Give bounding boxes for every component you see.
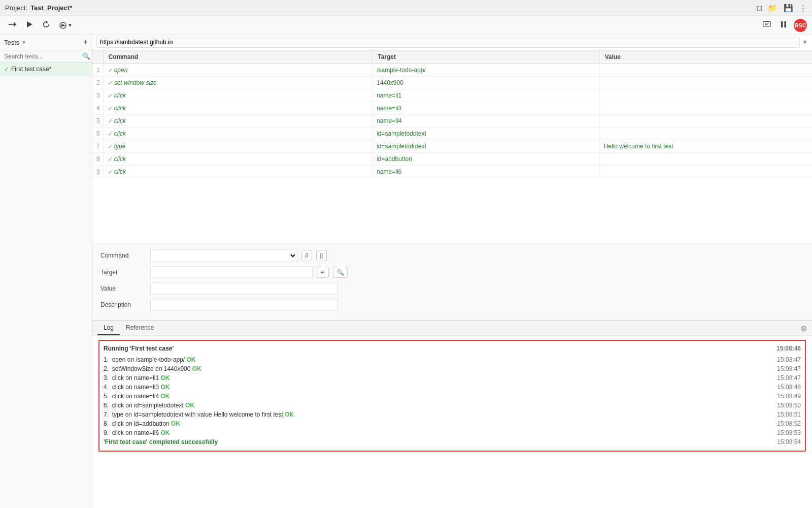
tab-log[interactable]: Log bbox=[97, 321, 120, 335]
test-item-label: First test case* bbox=[11, 66, 51, 73]
value-label: Value bbox=[100, 285, 146, 292]
row-command: ✓ click bbox=[103, 102, 372, 115]
description-form-row: Description bbox=[100, 299, 804, 311]
log-line-text: 4. click on name=li3 OK bbox=[104, 384, 170, 391]
log-line-text: 5. click on name=li4 OK bbox=[104, 393, 170, 400]
reset-button[interactable] bbox=[40, 19, 53, 31]
log-success-text: 'First test case' completed successfully bbox=[104, 438, 218, 446]
log-lines: 1. open on /sample-todo-app/ OK 15:08:47… bbox=[104, 355, 801, 437]
dropdown-arrow-icon[interactable]: ▼ bbox=[21, 40, 26, 45]
command-select[interactable] bbox=[150, 249, 297, 262]
log-success-time: 15:08:54 bbox=[777, 438, 801, 446]
new-file-icon[interactable]: □ bbox=[757, 4, 762, 12]
row-number: 8 bbox=[92, 153, 103, 166]
log-line-text: 6. click on id=sampletodotext OK bbox=[104, 402, 194, 409]
row-target: name=li1 bbox=[373, 89, 600, 102]
tests-label: Tests bbox=[4, 39, 19, 46]
command-label: Command bbox=[100, 252, 146, 259]
target-label: Target bbox=[100, 269, 146, 276]
comment-cmd-button[interactable]: // bbox=[301, 250, 312, 261]
more-options-icon[interactable]: ⋮ bbox=[799, 4, 807, 13]
row-value bbox=[599, 77, 812, 89]
log-line-time: 15:08:47 bbox=[777, 374, 801, 382]
table-body: 1 ✓ open /sample-todo-app/ 2 ✓ set windo… bbox=[92, 64, 812, 178]
url-input[interactable] bbox=[96, 37, 800, 48]
run-options-button[interactable]: ▼ bbox=[57, 20, 75, 30]
log-line-text: 7. type on id=sampletodotext with value … bbox=[104, 411, 294, 418]
log-running-text: Running 'First test case' bbox=[104, 345, 174, 352]
log-line-time: 15:08:53 bbox=[777, 429, 801, 436]
target-form-row: Target ↵ 🔍 bbox=[100, 266, 804, 278]
table-row[interactable]: 4 ✓ click name=li3 bbox=[92, 102, 812, 115]
description-input[interactable] bbox=[150, 299, 338, 311]
log-ok-badge: OK bbox=[285, 411, 294, 418]
search-box: 🔍 bbox=[0, 50, 92, 62]
row-command: ✓ click bbox=[103, 166, 372, 178]
log-line-text: 9. click on name=li6 OK bbox=[104, 429, 170, 436]
url-dropdown-icon[interactable]: ▼ bbox=[802, 39, 808, 46]
row-target: id=sampletodotext bbox=[373, 128, 600, 140]
pause-button[interactable] bbox=[777, 19, 790, 31]
log-ok-badge: OK bbox=[185, 402, 194, 409]
log-line: 2. setWindowSize on 1440x900 OK 15:08:47 bbox=[104, 364, 801, 373]
value-form-row: Value bbox=[100, 282, 804, 295]
svg-rect-11 bbox=[785, 21, 787, 27]
search-input[interactable] bbox=[4, 53, 80, 60]
target-search-button[interactable]: 🔍 bbox=[333, 267, 348, 278]
bottom-log-content: Running 'First test case' 15:08:46 1. op… bbox=[92, 336, 812, 508]
log-line-time: 15:08:52 bbox=[777, 420, 801, 427]
row-command: ✓ click bbox=[103, 128, 372, 140]
log-line: 7. type on id=sampletodotext with value … bbox=[104, 410, 801, 419]
table-row[interactable]: 2 ✓ set window size 1440x900 bbox=[92, 77, 812, 89]
log-border-box: Running 'First test case' 15:08:46 1. op… bbox=[98, 340, 806, 452]
row-target: id=sampletodotext bbox=[373, 140, 600, 153]
log-line-time: 15:08:48 bbox=[777, 384, 801, 391]
commands-table: Command Target Value 1 ✓ op bbox=[92, 50, 812, 178]
run-button[interactable] bbox=[23, 19, 36, 31]
value-input[interactable] bbox=[150, 282, 338, 295]
close-log-icon[interactable]: ⊗ bbox=[800, 324, 807, 333]
copy-cmd-button[interactable]: ▯ bbox=[316, 250, 327, 261]
table-row[interactable]: 5 ✓ click name=li4 bbox=[92, 115, 812, 128]
log-line-text: 2. setWindowSize on 1440x900 OK bbox=[104, 365, 201, 372]
bottom-panel: Log Reference ⊗ Running 'First test case… bbox=[92, 320, 812, 508]
title-bar-left: Project: Test_Project* bbox=[5, 4, 72, 12]
test-check-icon: ✓ bbox=[4, 66, 9, 73]
row-value bbox=[599, 153, 812, 166]
avatar[interactable]: RSC bbox=[794, 19, 807, 32]
log-line: 5. click on name=li4 OK 15:08:49 bbox=[104, 392, 801, 401]
svg-marker-6 bbox=[61, 24, 65, 27]
table-row[interactable]: 6 ✓ click id=sampletodotext bbox=[92, 128, 812, 140]
sidebar-title: Tests ▼ bbox=[4, 39, 26, 46]
save-icon[interactable]: 💾 bbox=[784, 4, 793, 13]
table-row[interactable]: 1 ✓ open /sample-todo-app/ bbox=[92, 64, 812, 77]
open-folder-icon[interactable]: 📁 bbox=[768, 4, 777, 13]
step-over-button[interactable] bbox=[5, 19, 19, 31]
row-value bbox=[599, 115, 812, 128]
target-select-button[interactable]: ↵ bbox=[317, 267, 329, 278]
row-number: 6 bbox=[92, 128, 103, 140]
row-value bbox=[599, 102, 812, 115]
test-item-first[interactable]: ✓ First test case* bbox=[0, 62, 92, 76]
table-row[interactable]: 3 ✓ click name=li1 bbox=[92, 89, 812, 102]
table-row[interactable]: 9 ✓ click name=li6 bbox=[92, 166, 812, 178]
col-command-header: Command bbox=[103, 50, 372, 64]
table-row[interactable]: 7 ✓ type id=sampletodotext Hello welcome… bbox=[92, 140, 812, 153]
row-target: name=li6 bbox=[373, 166, 600, 178]
log-ok-badge: OK bbox=[160, 384, 170, 391]
log-line-time: 15:08:49 bbox=[777, 393, 801, 400]
project-label: Project: bbox=[5, 4, 27, 12]
sidebar-header: Tests ▼ + bbox=[0, 35, 92, 50]
log-line-text: 8. click on id=addbutton OK bbox=[104, 420, 180, 427]
description-label: Description bbox=[100, 301, 146, 308]
comment-button[interactable] bbox=[760, 19, 773, 31]
tab-reference[interactable]: Reference bbox=[120, 321, 160, 335]
log-ok-badge: OK bbox=[192, 365, 201, 372]
log-line-text: 3. click on name=li1 OK bbox=[104, 374, 170, 382]
target-input[interactable] bbox=[150, 266, 313, 278]
log-line: 4. click on name=li3 OK 15:08:48 bbox=[104, 383, 801, 392]
log-ok-badge: OK bbox=[186, 356, 195, 363]
row-command: ✓ click bbox=[103, 115, 372, 128]
add-test-button[interactable]: + bbox=[83, 38, 88, 47]
table-row[interactable]: 8 ✓ click id=addbutton bbox=[92, 153, 812, 166]
